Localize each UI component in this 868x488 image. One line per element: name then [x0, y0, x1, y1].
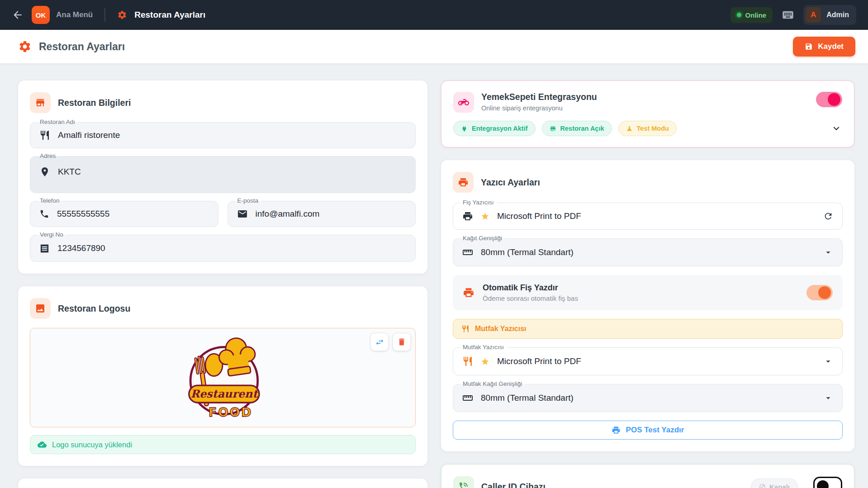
field-value: 80mm (Termal Standart) — [481, 393, 574, 403]
field-label: Mutfak Yazıcısı — [460, 344, 507, 351]
topbar-right: Online A Admin — [730, 5, 856, 25]
keyboard-icon[interactable] — [782, 9, 794, 21]
pos-test-print-button[interactable]: POS Test Yazdır — [453, 421, 843, 440]
restaurant-open-badge: Restoran Açık — [542, 121, 612, 136]
image-icon — [30, 298, 51, 319]
admin-name: Admin — [826, 11, 849, 19]
ruler-icon — [462, 247, 473, 258]
admin-user-button[interactable]: A Admin — [803, 5, 856, 25]
page-gear-icon — [18, 40, 32, 53]
left-column: Restoran Bilgileri Restoran Adı Amalfi r… — [18, 81, 427, 488]
utensils-icon — [461, 325, 470, 333]
back-button[interactable] — [12, 9, 24, 21]
online-status-badge: Online — [730, 7, 773, 23]
cloud-check-icon — [38, 440, 47, 449]
printer-icon — [463, 287, 474, 298]
caller-id-toggle[interactable] — [813, 477, 842, 488]
paper-width-select[interactable]: Kağıt Genişliği 80mm (Termal Standart) — [453, 238, 843, 266]
auto-print-toggle[interactable] — [806, 285, 833, 300]
right-column: YemekSepeti Entegrasyonu Online sipariş … — [441, 81, 854, 488]
badge-label: Kapalı — [769, 483, 790, 488]
refresh-printers-button[interactable] — [823, 211, 833, 221]
phone-field[interactable]: Telefon 55555555555 — [30, 201, 218, 227]
field-value: 1234567890 — [57, 243, 105, 253]
receipt-icon — [39, 243, 50, 254]
replace-logo-button[interactable] — [370, 333, 389, 351]
integration-active-badge: Entegrasyon Aktif — [453, 121, 536, 136]
badge-label: Entegrasyon Aktif — [472, 125, 528, 132]
phone-icon — [39, 209, 49, 219]
printer-icon — [462, 211, 473, 222]
address-field[interactable]: Adres KKTC — [30, 156, 416, 193]
topbar: OK Ana Menü Restoran Ayarları Online A A… — [0, 0, 868, 30]
email-icon — [237, 208, 248, 219]
save-icon — [805, 43, 813, 51]
yemeksepeti-toggle[interactable] — [816, 92, 842, 107]
field-value: info@amalfi.com — [256, 209, 320, 219]
scooter-icon — [453, 92, 474, 113]
refresh-icon — [823, 211, 833, 221]
field-value: Amalfi ristorente — [58, 130, 120, 140]
field-label: Kağıt Genişliği — [460, 235, 505, 242]
card-title: YemekSepeti Entegrasyonu — [481, 92, 597, 102]
banner-label: Mutfak Yazıcısı — [475, 325, 526, 333]
card-title: Caller ID Cihazı — [481, 482, 545, 488]
field-value: Microsoft Print to PDF — [497, 211, 581, 221]
printer-icon — [612, 426, 621, 435]
dropdown-caret-icon — [823, 356, 833, 366]
swap-icon — [375, 337, 384, 347]
storefront-icon — [30, 92, 51, 113]
card-subtitle: Online sipariş entegrasyonu — [481, 104, 597, 112]
field-label: Restoran Adı — [37, 118, 78, 125]
app-logo-text: OK — [36, 11, 46, 19]
kitchen-printer-select[interactable]: Mutfak Yazıcısı Microsoft Print to PDF — [453, 347, 843, 375]
trash-icon — [397, 337, 406, 346]
field-label: Mutfak Kağıt Genişliği — [460, 380, 525, 387]
caller-id-status-badge: Kapalı — [751, 479, 798, 488]
online-label: Online — [745, 11, 767, 19]
field-value: 80mm (Termal Standart) — [481, 247, 574, 257]
kitchen-paper-width-select[interactable]: Mutfak Kağıt Genişliği 80mm (Termal Stan… — [453, 384, 843, 412]
yemeksepeti-card: YemekSepeti Entegrasyonu Online sipariş … — [441, 81, 854, 147]
field-value: KKTC — [58, 167, 81, 177]
main-content: Restoran Bilgileri Restoran Adı Amalfi r… — [0, 63, 868, 488]
field-label: Telefon — [37, 197, 63, 204]
logo-word-restaurent: Restaurent — [190, 387, 258, 400]
save-label: Kaydet — [818, 42, 844, 51]
restaurant-logo-image: Restaurent FOOD — [178, 332, 268, 424]
topbar-page-title: Restoran Ayarları — [134, 10, 205, 20]
status-text: Logo sunucuya yüklendi — [52, 441, 132, 449]
printer-icon — [453, 172, 474, 193]
button-label: POS Test Yazdır — [626, 426, 684, 435]
tax-number-field[interactable]: Vergi No 1234567890 — [30, 235, 416, 262]
delete-logo-button[interactable] — [393, 333, 411, 351]
save-button[interactable]: Kaydet — [793, 37, 855, 57]
field-label: Vergi No — [37, 231, 66, 238]
wifi-info-card: WiFi Bilgisi — [18, 479, 427, 488]
badge-label: Restoran Açık — [560, 125, 604, 132]
badge-label: Test Modu — [637, 125, 669, 132]
restaurant-name-field[interactable]: Restoran Adı Amalfi ristorente — [30, 122, 416, 148]
utensils-icon — [39, 130, 50, 141]
ruler-icon — [462, 393, 473, 403]
email-field[interactable]: E-posta info@amalfi.com — [228, 201, 416, 227]
default-star-icon — [481, 212, 489, 221]
caller-id-card: Caller ID Cihazı Kapalı — [441, 464, 854, 488]
dropdown-caret-icon — [823, 247, 833, 257]
auto-print-row: Otomatik Fiş Yazdır Ödeme sonrası otomat… — [453, 275, 843, 310]
field-value: Microsoft Print to PDF — [497, 356, 581, 366]
test-mode-badge: Test Modu — [618, 121, 677, 136]
main-menu-link[interactable]: Ana Menü — [56, 10, 93, 19]
card-title: Yazıcı Ayarları — [481, 177, 540, 188]
avatar: A — [806, 7, 821, 23]
field-label: Adres — [37, 152, 59, 159]
printer-settings-card: Yazıcı Ayarları Fiş Yazıcısı Microsoft P… — [441, 160, 854, 451]
location-pin-icon — [39, 166, 50, 177]
plug-icon — [461, 125, 468, 132]
expand-chevron-icon[interactable] — [830, 123, 842, 134]
logo-preview[interactable]: Restaurent FOOD — [30, 328, 416, 427]
app-logo[interactable]: OK — [32, 6, 50, 24]
default-star-icon — [481, 357, 489, 366]
online-dot-icon — [737, 13, 741, 17]
receipt-printer-select[interactable]: Fiş Yazıcısı Microsoft Print to PDF — [453, 203, 843, 230]
